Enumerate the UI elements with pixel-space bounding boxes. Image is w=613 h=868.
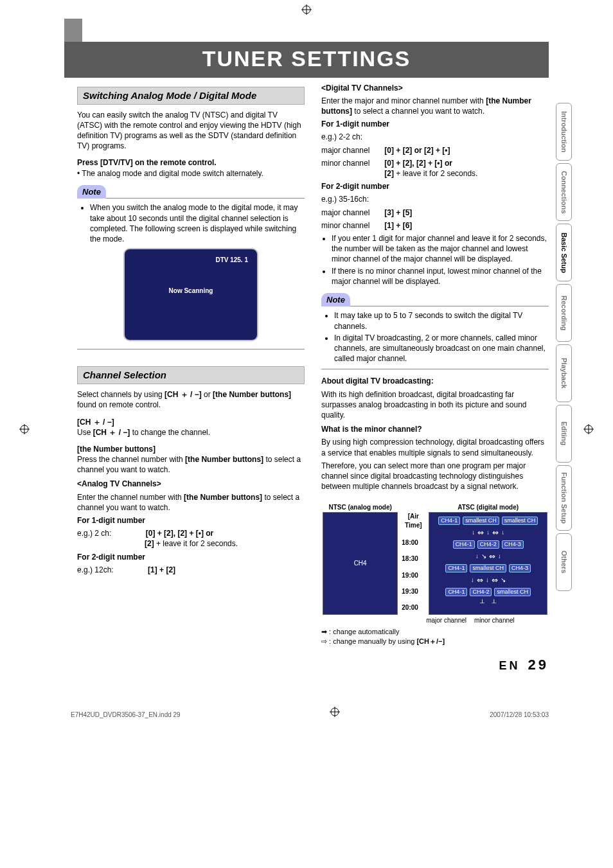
time-2: 19:00 xyxy=(402,571,425,580)
digital-minor2: minor channel [1] + [6] xyxy=(321,220,549,231)
tab-recording[interactable]: Recording xyxy=(556,284,572,342)
caption-major: major channel xyxy=(396,616,470,625)
digital-channels-head: <Digital TV Channels> xyxy=(321,83,549,93)
chip-smallest: smallest CH xyxy=(463,517,499,525)
chip-ch41: CH4-1 xyxy=(445,588,467,596)
ntsc-head: NTSC (analog mode) xyxy=(321,503,399,512)
section-channel-heading: Channel Selection xyxy=(77,366,305,384)
digital-intro: Enter the major and minor channel number… xyxy=(321,96,549,116)
digital-major2: major channel [3] + [5] xyxy=(321,208,549,218)
register-mark-icon xyxy=(19,424,30,434)
footer: E7H42UD_DVDR3506-37_EN.indd 29 2007/12/2… xyxy=(0,675,613,726)
arrow-right-open-icon: ⇨ xyxy=(321,637,327,645)
analog-for1: For 1-digit number xyxy=(77,515,305,526)
legend-manual: : change manually by using [CH＋/−] xyxy=(327,637,445,645)
register-mark-icon xyxy=(583,424,594,434)
tv-scanning-label: Now Scanning xyxy=(125,287,257,296)
analog-for2: For 2-digit number xyxy=(77,552,305,562)
legend-auto: : change automatically xyxy=(327,628,400,635)
chip-ch41: CH4-1 xyxy=(453,540,475,549)
chip-ch41: CH4-1 xyxy=(445,564,467,572)
arrow-lr-icon xyxy=(492,575,498,585)
arrow-down-icon: ↓ xyxy=(472,528,475,537)
digital-minor: minor channel [0] + [2], [2] + [•] or [2… xyxy=(321,158,549,179)
tv-preview: DTV 125. 1 Now Scanning xyxy=(123,248,258,341)
chip-ch42: CH4-2 xyxy=(477,540,499,549)
channel-diagram: NTSC (analog mode) CH4 [Air Time] 18:00 … xyxy=(321,503,549,615)
caption-minor: minor channel xyxy=(470,616,545,625)
arrow-lr-icon xyxy=(477,575,483,585)
chip-smallest: smallest CH xyxy=(494,588,531,596)
note-2-b2: In digital TV broadcasting, 2 or more ch… xyxy=(334,333,546,364)
digital-for1: For 1-digit number xyxy=(321,119,549,129)
page-number: EN29 xyxy=(499,657,549,673)
analog-channels-head: <Analog TV Channels> xyxy=(77,479,305,489)
crop-mark-right xyxy=(583,424,594,437)
ch4-label: CH4 xyxy=(354,559,367,568)
crop-mark-left xyxy=(19,424,30,437)
analog-intro: Enter the channel number with [the Numbe… xyxy=(77,492,305,513)
note-box-2: It may take up to 5 to 7 seconds to swit… xyxy=(321,306,549,369)
time-0: 18:00 xyxy=(402,538,425,547)
note-box-1: When you switch the analog mode to the d… xyxy=(77,198,305,350)
digital-bullets: If you enter 1 digit for major channel a… xyxy=(321,233,549,287)
about-body: With its high definition broadcast, digi… xyxy=(321,389,549,421)
digital-bullet-1: If you enter 1 digit for major channel a… xyxy=(332,233,549,265)
arrow-lr-icon xyxy=(492,527,499,538)
note-2-b1: It may take up to 5 to 7 seconds to swit… xyxy=(334,310,546,331)
digital-major: major channel [0] + [2] or [2] + [•] xyxy=(321,145,549,155)
legend: ➡ : change automatically ⇨ : change manu… xyxy=(321,624,549,649)
minor-head: What is the minor channel? xyxy=(321,424,549,434)
about-head: About digital TV broadcasting: xyxy=(321,376,549,386)
chip-ch43: CH4-3 xyxy=(509,564,531,572)
tab-basic-setup[interactable]: Basic Setup xyxy=(556,224,572,281)
airtime-head: [Air Time] xyxy=(402,512,425,531)
left-column: Switching Analog Mode / Digital Mode You… xyxy=(77,80,305,649)
note-1-text: When you switch the analog mode to the d… xyxy=(90,202,302,244)
time-3: 19:30 xyxy=(402,587,425,596)
arrow-lr-icon xyxy=(489,551,495,562)
footer-left: E7H42UD_DVDR3506-37_EN.indd 29 xyxy=(71,711,181,720)
number-buttons-body: Press the channel number with [the Numbe… xyxy=(77,455,301,474)
chip-smallest: smallest CH xyxy=(470,564,506,572)
register-mark-icon xyxy=(330,707,340,717)
tab-playback[interactable]: Playback xyxy=(556,344,572,402)
switching-intro: You can easily switch the analog TV (NTS… xyxy=(77,110,305,152)
tab-others[interactable]: Others xyxy=(556,533,572,591)
note-heading-1: Note xyxy=(77,185,106,199)
analog-eg2: e.g.) 12ch: [1] + [2] xyxy=(77,565,305,575)
arrow-right-filled-icon: ➡ xyxy=(321,628,327,635)
minor-body-1: By using high compression technology, di… xyxy=(321,437,549,457)
diagram-captions: major channel minor channel xyxy=(321,615,549,625)
channel-intro: Select channels by using [CH ＋ / −] or [… xyxy=(77,389,305,410)
chip-ch41: CH4-1 xyxy=(438,517,460,525)
press-detail: • The analog mode and digital mode switc… xyxy=(77,169,263,178)
tv-channel-label: DTV 125. 1 xyxy=(215,256,248,265)
crop-mark-top xyxy=(0,0,613,19)
press-dtv-tv: Press [DTV/TV] on the remote control. xyxy=(77,158,217,167)
register-mark-icon xyxy=(301,4,312,15)
digital-eg2-label: e.g.) 35-16ch: xyxy=(321,194,549,204)
number-buttons-label: [the Number buttons] xyxy=(77,445,155,454)
chip-ch42: CH4-2 xyxy=(470,588,492,596)
section-switching-heading: Switching Analog Mode / Digital Mode xyxy=(77,87,305,105)
tab-connections[interactable]: Connections xyxy=(556,163,572,221)
time-1: 18:30 xyxy=(402,554,425,563)
page-title: TUNER SETTINGS xyxy=(64,42,549,78)
ch-plus-minus-label: [CH ＋ / −] xyxy=(77,418,114,427)
chip-ch43: CH4-3 xyxy=(502,540,524,549)
tab-editing[interactable]: Editing xyxy=(556,405,572,463)
note-heading-2: Note xyxy=(321,293,350,307)
ch-plus-minus-body: Use [CH ＋ / −] to change the channel. xyxy=(77,428,210,437)
analog-eg1: e.g.) 2 ch: [0] + [2], [2] + [•] or [2] … xyxy=(77,528,305,549)
tab-introduction[interactable]: Introduction xyxy=(556,103,572,161)
digital-eg1-label: e.g.) 2-2 ch: xyxy=(321,132,549,142)
arrow-lr-icon xyxy=(477,527,484,538)
crop-mark-bottom xyxy=(330,707,340,720)
minor-body-2: Therefore, you can select more than one … xyxy=(321,461,549,492)
digital-for2: For 2-digit number xyxy=(321,181,549,191)
time-4: 20:00 xyxy=(402,603,425,612)
chip-smallest: smallest CH xyxy=(502,517,538,525)
tab-function-setup[interactable]: Function Setup xyxy=(556,465,572,531)
right-column: <Digital TV Channels> Enter the major an… xyxy=(321,80,549,649)
